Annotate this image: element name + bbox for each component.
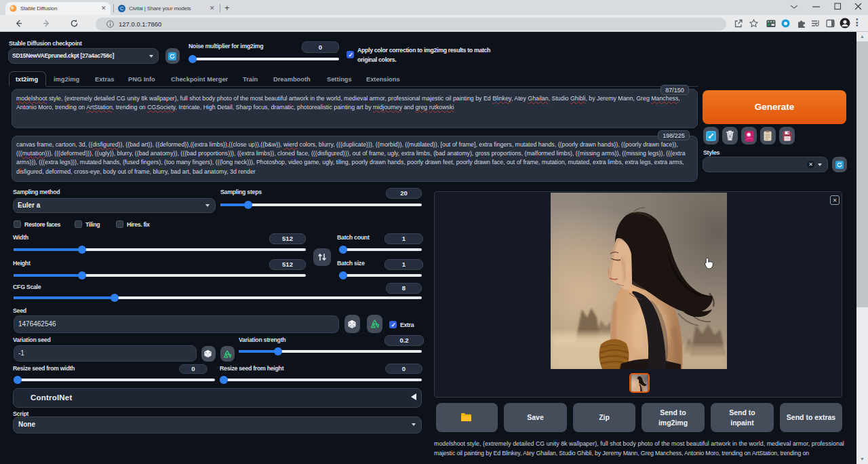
svg-text:C: C xyxy=(120,6,123,11)
